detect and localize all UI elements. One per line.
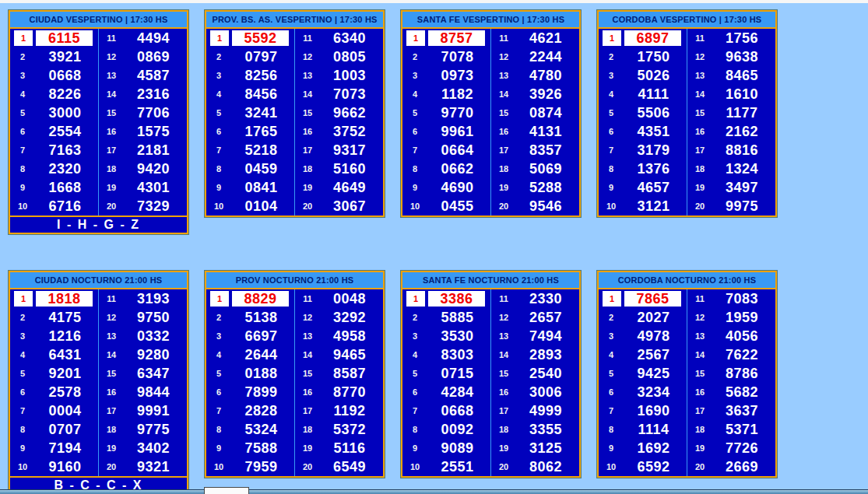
position-label: 18 [687, 425, 712, 434]
draw-row: 209321 [99, 457, 186, 476]
draw-row: 42567 [599, 345, 687, 364]
draw-number: 4111 [624, 86, 684, 103]
position-label: 9 [206, 183, 231, 192]
draw-number: 2578 [35, 384, 95, 401]
winning-row-first: 16897 [599, 29, 687, 47]
position-label: 13 [491, 331, 516, 341]
draw-number: 7899 [231, 384, 291, 401]
draw-number: 4587 [124, 68, 183, 84]
position-label: 8 [599, 164, 624, 173]
position-label: 19 [295, 443, 320, 453]
draw-number: 2244 [516, 49, 575, 65]
draw-number: 0104 [231, 198, 291, 215]
draw-number: 2828 [231, 403, 291, 419]
draw-number: 5160 [320, 161, 379, 177]
position-label: 18 [687, 164, 712, 173]
cutoff-dropdown[interactable] [204, 487, 249, 494]
draw-table: 1559220797382564845653241617657521880459… [206, 29, 383, 215]
draw-row: 197726 [687, 439, 775, 457]
position-label: 14 [295, 89, 320, 99]
draw-row: 157706 [99, 103, 186, 122]
draw-number: 2669 [712, 459, 771, 475]
draw-row: 185069 [491, 159, 578, 178]
bottom-scrollbar[interactable] [0, 489, 868, 494]
draw-row: 120869 [99, 47, 186, 66]
draw-row: 75218 [206, 141, 294, 159]
draw-row: 141610 [687, 85, 775, 103]
draw-number: 1690 [624, 403, 684, 419]
draw-row: 152540 [491, 364, 578, 383]
position-label: 7 [402, 145, 427, 155]
position-label: 10 [206, 462, 231, 471]
position-label: 13 [491, 71, 516, 80]
draw-row: 46431 [10, 345, 98, 364]
position-label: 1 [14, 30, 33, 46]
draw-row: 25138 [206, 308, 294, 327]
position-label: 12 [491, 313, 516, 322]
draw-number: 5026 [624, 68, 684, 84]
position-label: 8 [402, 425, 427, 434]
draw-row: 193125 [491, 439, 578, 457]
draw-number: 0668 [427, 403, 487, 419]
positions-11-20-column: 1144941208691345871423161577061615751721… [98, 29, 186, 215]
position-label: 14 [99, 89, 124, 99]
winning-number: 6115 [36, 30, 93, 46]
draw-number: 1668 [35, 180, 95, 196]
position-label: 16 [295, 127, 320, 136]
draw-number: 2540 [516, 366, 575, 382]
draw-row: 20797 [206, 47, 294, 66]
draw-number: 2316 [124, 86, 183, 103]
position-label: 19 [99, 443, 124, 453]
position-label: 2 [402, 52, 427, 61]
position-label: 6 [402, 127, 427, 136]
position-label: 6 [206, 387, 231, 397]
draw-number: 5288 [516, 180, 575, 196]
draw-number: 5218 [231, 142, 291, 159]
positions-1-10-column: 1559220797382564845653241617657521880459… [206, 29, 294, 215]
draw-row: 50715 [402, 364, 490, 383]
draw-number: 9465 [320, 347, 379, 363]
draw-row: 158786 [687, 364, 775, 383]
lottery-panel: PROV. BS. AS. VESPERTINO | 17:30 HS15592… [204, 9, 385, 218]
letters-footer: I - H - G - Z [10, 217, 187, 233]
draw-number: 0797 [231, 49, 291, 65]
position-label: 15 [295, 369, 320, 378]
draw-row: 142893 [491, 345, 578, 364]
draw-number: 1692 [624, 440, 684, 457]
position-label: 14 [491, 350, 516, 359]
draw-row: 70664 [402, 141, 490, 159]
position-label: 16 [99, 387, 124, 397]
position-label: 6 [10, 127, 35, 136]
position-label: 1 [603, 291, 621, 307]
position-label: 2 [10, 52, 35, 61]
position-label: 10 [402, 201, 427, 211]
position-label: 16 [99, 127, 124, 136]
position-label: 1 [603, 30, 621, 46]
position-label: 1 [210, 291, 229, 307]
positions-11-20-column: 1100481232921349581494651585871687701711… [294, 289, 382, 476]
draw-row: 179991 [99, 401, 186, 420]
draw-row: 59201 [10, 364, 98, 383]
draw-number: 8587 [320, 366, 379, 382]
draw-number: 6340 [320, 30, 379, 47]
draw-number: 4999 [516, 403, 575, 419]
positions-1-10-column: 1611523921306684822653000625547716382320… [10, 29, 98, 215]
draw-row: 120805 [295, 47, 382, 66]
draw-number: 4780 [516, 68, 575, 84]
positions-11-20-column: 1163401208051310031470731596621637521793… [294, 29, 382, 215]
draw-row: 97588 [206, 439, 294, 457]
draw-row: 44111 [599, 85, 687, 103]
draw-number: 9546 [516, 198, 575, 215]
position-label: 9 [599, 183, 624, 192]
draw-row: 193402 [99, 439, 186, 457]
draw-row: 69961 [402, 122, 490, 141]
draw-row: 42644 [206, 345, 294, 364]
position-label: 8 [206, 164, 231, 173]
draw-row: 156347 [99, 364, 186, 383]
lottery-panel: PROV NOCTURNO 21:00 HS188292513836697426… [204, 270, 385, 478]
position-label: 14 [491, 89, 516, 99]
position-label: 19 [491, 183, 516, 192]
draw-row: 195116 [295, 439, 382, 457]
lottery-panel: CORDOBA VESPERTINO | 17:30 HS16897217503… [596, 9, 778, 218]
draw-row: 70004 [10, 401, 98, 420]
